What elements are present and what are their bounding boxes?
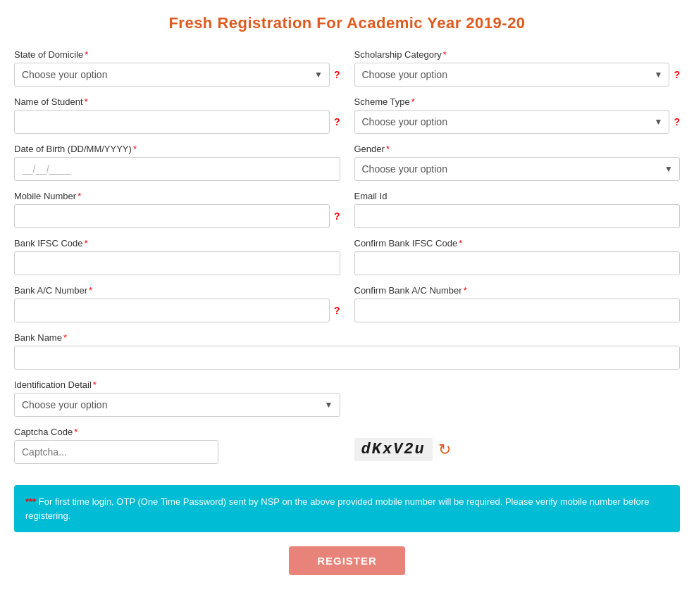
confirm-bank-ifsc-code-input[interactable] [354,251,681,275]
bank-ac-number-group: Bank A/C Number* ? [14,285,340,322]
gender-group: Gender* Choose your option ▼ [354,144,681,181]
date-of-birth-input[interactable] [14,157,340,181]
name-of-student-help-icon[interactable]: ? [334,116,340,127]
name-of-student-label: Name of Student* [14,96,340,107]
bank-name-group: Bank Name* [14,332,680,370]
scheme-type-select[interactable]: Choose your option [354,110,670,134]
identification-detail-select[interactable]: Choose your option [14,393,340,417]
bank-ac-number-label: Bank A/C Number* [14,285,340,296]
captcha-image: dKxV2u ↻ [354,438,451,461]
bank-ifsc-code-input[interactable] [14,251,340,275]
captcha-code-group: Captcha Code* [14,427,340,464]
scholarship-category-help-icon[interactable]: ? [674,69,680,80]
confirm-bank-ac-number-input[interactable] [354,298,681,322]
date-of-birth-label: Date of Birth (DD/MM/YYYY)* [14,144,340,154]
name-of-student-input[interactable] [14,110,330,134]
state-of-domicile-label: State of Domicile* [14,49,340,60]
mobile-number-input[interactable] [14,204,330,228]
notice-stars: *** [25,496,36,507]
bank-name-input[interactable] [14,346,680,370]
captcha-image-group: dKxV2u ↻ [354,427,681,464]
scheme-type-help-icon[interactable]: ? [674,116,680,127]
mobile-number-help-icon[interactable]: ? [334,210,340,222]
state-domicile-help-icon[interactable]: ? [334,69,340,80]
bank-name-label: Bank Name* [14,332,680,343]
confirm-bank-ifsc-code-group: Confirm Bank IFSC Code* [354,238,681,275]
confirm-bank-ac-number-label: Confirm Bank A/C Number* [354,285,681,296]
state-of-domicile-select[interactable]: Choose your option [14,63,330,87]
confirm-bank-ac-number-group: Confirm Bank A/C Number* [354,285,681,322]
state-of-domicile-group: State of Domicile* Choose your option ▼ … [14,49,340,87]
bank-ifsc-code-group: Bank IFSC Code* [14,238,340,275]
scholarship-category-select[interactable]: Choose your option [354,63,670,87]
bank-ac-number-help-icon[interactable]: ? [334,305,340,316]
mobile-number-label: Mobile Number* [14,191,340,201]
captcha-code-label: Captcha Code* [14,427,340,437]
email-id-input[interactable] [354,204,681,228]
register-button[interactable]: REGISTER [289,546,405,575]
scholarship-category-group: Scholarship Category* Choose your option… [354,49,681,87]
notice-text: For first time login, OTP (One Time Pass… [25,496,649,521]
bank-ifsc-code-label: Bank IFSC Code* [14,238,340,249]
scholarship-category-label: Scholarship Category* [354,49,681,60]
captcha-input[interactable] [14,440,218,464]
mobile-number-group: Mobile Number* ? [14,191,340,228]
scheme-type-group: Scheme Type* Choose your option ▼ ? [354,96,681,134]
page-title: Fresh Registration For Academic Year 201… [14,14,680,32]
notice-box: *** For first time login, OTP (One Time … [14,485,680,532]
identification-detail-label: Identification Detail* [14,379,340,390]
gender-select[interactable]: Choose your option [354,157,681,181]
email-id-group: Email Id [354,191,681,228]
name-of-student-group: Name of Student* ? [14,96,340,134]
bank-ac-number-input[interactable] [14,298,330,322]
gender-label: Gender* [354,144,681,154]
captcha-refresh-icon[interactable]: ↻ [438,441,451,459]
email-id-label: Email Id [354,191,681,201]
identification-detail-group: Identification Detail* Choose your optio… [14,379,340,417]
date-of-birth-group: Date of Birth (DD/MM/YYYY)* [14,144,340,181]
scheme-type-label: Scheme Type* [354,96,681,107]
captcha-value: dKxV2u [354,438,433,461]
confirm-bank-ifsc-code-label: Confirm Bank IFSC Code* [354,238,681,249]
empty-right-cell [354,379,681,417]
register-button-wrapper: REGISTER [14,546,680,575]
